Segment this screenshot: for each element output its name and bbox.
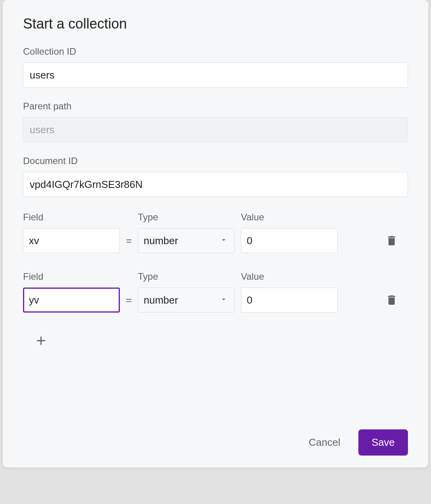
trash-icon	[385, 294, 398, 306]
field-headers: Field Type Value	[23, 271, 408, 282]
field-header-field: Field	[23, 212, 120, 223]
field-header-value: Value	[241, 271, 338, 282]
delete-field-button[interactable]	[382, 231, 401, 250]
field-block-1: Field Type Value =	[23, 271, 408, 313]
document-id-group: Document ID	[23, 155, 408, 197]
document-id-input[interactable]	[23, 172, 408, 197]
fields-container: Field Type Value =	[23, 212, 408, 366]
start-collection-dialog: Start a collection Collection ID Parent …	[3, 0, 428, 467]
cancel-button[interactable]: Cancel	[306, 432, 344, 453]
field-value-input[interactable]	[241, 228, 338, 253]
field-header-type: Type	[138, 212, 235, 223]
equals-sign: =	[120, 235, 138, 247]
document-id-label: Document ID	[23, 155, 408, 166]
collection-id-label: Collection ID	[23, 46, 408, 57]
delete-field-button[interactable]	[382, 291, 401, 309]
parent-path-label: Parent path	[23, 101, 408, 112]
dialog-footer: Cancel Save	[23, 429, 408, 456]
field-row: =	[23, 288, 408, 313]
collection-id-group: Collection ID	[23, 46, 408, 88]
field-name-input[interactable]	[23, 288, 120, 313]
trash-icon	[385, 234, 398, 247]
collection-id-input[interactable]	[23, 63, 408, 88]
field-type-select-wrapper	[138, 228, 235, 253]
field-name-input[interactable]	[23, 228, 120, 253]
parent-path-group: Parent path	[23, 101, 408, 142]
equals-sign: =	[120, 294, 138, 306]
field-value-input[interactable]	[241, 288, 338, 313]
dialog-title: Start a collection	[23, 16, 408, 32]
save-button[interactable]: Save	[358, 429, 408, 456]
field-type-select[interactable]	[138, 288, 235, 313]
field-type-select[interactable]	[138, 228, 235, 253]
field-row: =	[23, 228, 408, 253]
plus-icon	[34, 334, 48, 348]
field-header-type: Type	[138, 271, 235, 282]
field-type-select-wrapper	[138, 288, 235, 313]
add-field-button[interactable]	[31, 331, 51, 351]
add-field-row	[23, 331, 408, 351]
field-headers: Field Type Value	[23, 212, 408, 223]
parent-path-input	[23, 117, 408, 142]
field-header-field: Field	[23, 271, 120, 282]
field-header-value: Value	[241, 212, 338, 223]
field-block-0: Field Type Value =	[23, 212, 408, 253]
